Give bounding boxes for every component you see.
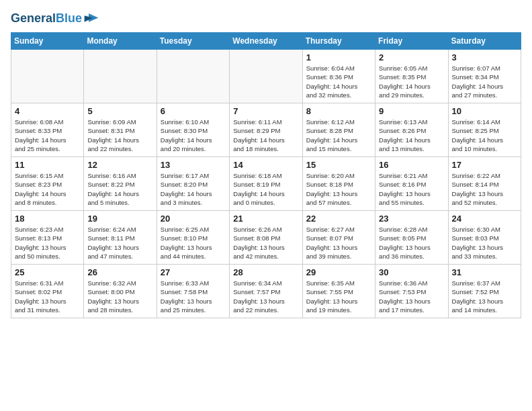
day-number: 6 bbox=[161, 106, 226, 116]
calendar-cell: 12Sunrise: 6:16 AM Sunset: 8:22 PM Dayli… bbox=[84, 157, 157, 211]
calendar-cell bbox=[11, 50, 84, 103]
calendar-cell: 21Sunrise: 6:26 AM Sunset: 8:08 PM Dayli… bbox=[230, 211, 302, 265]
calendar-cell: 9Sunrise: 6:13 AM Sunset: 8:26 PM Daylig… bbox=[375, 103, 448, 157]
day-info: Sunrise: 6:10 AM Sunset: 8:30 PM Dayligh… bbox=[161, 118, 226, 153]
calendar-cell: 7Sunrise: 6:11 AM Sunset: 8:29 PM Daylig… bbox=[230, 103, 302, 157]
day-number: 2 bbox=[379, 52, 444, 62]
page-header: GeneralBlue bbox=[11, 11, 521, 27]
day-of-week-header: Wednesday bbox=[230, 33, 302, 50]
calendar-cell: 6Sunrise: 6:10 AM Sunset: 8:30 PM Daylig… bbox=[157, 103, 229, 157]
day-info: Sunrise: 6:07 AM Sunset: 8:34 PM Dayligh… bbox=[452, 64, 517, 99]
day-number: 1 bbox=[306, 52, 371, 62]
calendar-cell: 10Sunrise: 6:14 AM Sunset: 8:25 PM Dayli… bbox=[448, 103, 521, 157]
day-info: Sunrise: 6:04 AM Sunset: 8:36 PM Dayligh… bbox=[306, 64, 371, 99]
calendar-cell: 18Sunrise: 6:23 AM Sunset: 8:13 PM Dayli… bbox=[11, 211, 84, 265]
calendar-cell: 11Sunrise: 6:15 AM Sunset: 8:23 PM Dayli… bbox=[11, 157, 84, 211]
calendar-cell: 14Sunrise: 6:18 AM Sunset: 8:19 PM Dayli… bbox=[230, 157, 302, 211]
day-number: 18 bbox=[15, 214, 80, 224]
logo-icon bbox=[83, 11, 99, 27]
calendar-week-row: 4Sunrise: 6:08 AM Sunset: 8:33 PM Daylig… bbox=[11, 103, 521, 157]
day-number: 3 bbox=[452, 52, 517, 62]
calendar-cell: 1Sunrise: 6:04 AM Sunset: 8:36 PM Daylig… bbox=[302, 50, 375, 103]
calendar-cell: 29Sunrise: 6:35 AM Sunset: 7:55 PM Dayli… bbox=[302, 265, 375, 318]
calendar-cell: 25Sunrise: 6:31 AM Sunset: 8:02 PM Dayli… bbox=[11, 265, 84, 318]
day-info: Sunrise: 6:08 AM Sunset: 8:33 PM Dayligh… bbox=[15, 118, 80, 153]
calendar-cell: 22Sunrise: 6:27 AM Sunset: 8:07 PM Dayli… bbox=[302, 211, 375, 265]
calendar-cell: 30Sunrise: 6:36 AM Sunset: 7:53 PM Dayli… bbox=[375, 265, 448, 318]
day-number: 5 bbox=[87, 106, 152, 116]
calendar-cell: 4Sunrise: 6:08 AM Sunset: 8:33 PM Daylig… bbox=[11, 103, 84, 157]
day-info: Sunrise: 6:36 AM Sunset: 7:53 PM Dayligh… bbox=[379, 279, 444, 314]
day-info: Sunrise: 6:16 AM Sunset: 8:22 PM Dayligh… bbox=[87, 171, 152, 207]
day-info: Sunrise: 6:37 AM Sunset: 7:52 PM Dayligh… bbox=[452, 279, 517, 314]
day-of-week-header: Tuesday bbox=[157, 33, 229, 50]
day-info: Sunrise: 6:22 AM Sunset: 8:14 PM Dayligh… bbox=[452, 171, 517, 207]
day-number: 7 bbox=[233, 106, 298, 116]
calendar-week-row: 1Sunrise: 6:04 AM Sunset: 8:36 PM Daylig… bbox=[11, 50, 521, 103]
calendar-cell bbox=[157, 50, 229, 103]
day-info: Sunrise: 6:32 AM Sunset: 8:00 PM Dayligh… bbox=[87, 279, 152, 314]
calendar-cell: 16Sunrise: 6:21 AM Sunset: 8:16 PM Dayli… bbox=[375, 157, 448, 211]
calendar-cell: 27Sunrise: 6:33 AM Sunset: 7:58 PM Dayli… bbox=[157, 265, 229, 318]
day-number: 13 bbox=[161, 160, 226, 170]
day-number: 16 bbox=[379, 160, 444, 170]
day-info: Sunrise: 6:18 AM Sunset: 8:19 PM Dayligh… bbox=[233, 171, 298, 207]
day-number: 11 bbox=[15, 160, 80, 170]
day-number: 10 bbox=[452, 106, 517, 116]
day-of-week-header: Saturday bbox=[448, 33, 521, 50]
day-info: Sunrise: 6:25 AM Sunset: 8:10 PM Dayligh… bbox=[161, 225, 226, 261]
day-number: 26 bbox=[87, 267, 152, 277]
day-number: 14 bbox=[233, 160, 298, 170]
day-of-week-header: Sunday bbox=[11, 33, 84, 50]
day-number: 20 bbox=[161, 214, 226, 224]
calendar-cell: 19Sunrise: 6:24 AM Sunset: 8:11 PM Dayli… bbox=[84, 211, 157, 265]
day-number: 15 bbox=[306, 160, 371, 170]
day-info: Sunrise: 6:24 AM Sunset: 8:11 PM Dayligh… bbox=[87, 225, 152, 261]
logo-text: GeneralBlue bbox=[11, 11, 82, 26]
calendar-week-row: 25Sunrise: 6:31 AM Sunset: 8:02 PM Dayli… bbox=[11, 265, 521, 318]
calendar-week-row: 11Sunrise: 6:15 AM Sunset: 8:23 PM Dayli… bbox=[11, 157, 521, 211]
calendar-cell: 28Sunrise: 6:34 AM Sunset: 7:57 PM Dayli… bbox=[230, 265, 302, 318]
day-number: 22 bbox=[306, 214, 371, 224]
day-number: 31 bbox=[452, 267, 517, 277]
calendar-cell bbox=[230, 50, 302, 103]
day-of-week-header: Friday bbox=[375, 33, 448, 50]
day-number: 28 bbox=[233, 267, 298, 277]
calendar-cell: 26Sunrise: 6:32 AM Sunset: 8:00 PM Dayli… bbox=[84, 265, 157, 318]
day-number: 29 bbox=[306, 267, 371, 277]
day-info: Sunrise: 6:09 AM Sunset: 8:31 PM Dayligh… bbox=[87, 118, 152, 153]
day-info: Sunrise: 6:05 AM Sunset: 8:35 PM Dayligh… bbox=[379, 64, 444, 99]
day-of-week-header: Thursday bbox=[302, 33, 375, 50]
calendar-cell: 20Sunrise: 6:25 AM Sunset: 8:10 PM Dayli… bbox=[157, 211, 229, 265]
calendar-header-row: SundayMondayTuesdayWednesdayThursdayFrid… bbox=[11, 33, 521, 50]
calendar-cell: 5Sunrise: 6:09 AM Sunset: 8:31 PM Daylig… bbox=[84, 103, 157, 157]
day-number: 25 bbox=[15, 267, 80, 277]
day-info: Sunrise: 6:34 AM Sunset: 7:57 PM Dayligh… bbox=[233, 279, 298, 314]
day-number: 4 bbox=[15, 106, 80, 116]
calendar-cell: 13Sunrise: 6:17 AM Sunset: 8:20 PM Dayli… bbox=[157, 157, 229, 211]
day-number: 23 bbox=[379, 214, 444, 224]
calendar-cell: 2Sunrise: 6:05 AM Sunset: 8:35 PM Daylig… bbox=[375, 50, 448, 103]
day-info: Sunrise: 6:20 AM Sunset: 8:18 PM Dayligh… bbox=[306, 171, 371, 207]
day-info: Sunrise: 6:11 AM Sunset: 8:29 PM Dayligh… bbox=[233, 118, 298, 153]
day-info: Sunrise: 6:21 AM Sunset: 8:16 PM Dayligh… bbox=[379, 171, 444, 207]
day-info: Sunrise: 6:28 AM Sunset: 8:05 PM Dayligh… bbox=[379, 225, 444, 261]
day-info: Sunrise: 6:13 AM Sunset: 8:26 PM Dayligh… bbox=[379, 118, 444, 153]
day-number: 9 bbox=[379, 106, 444, 116]
day-info: Sunrise: 6:31 AM Sunset: 8:02 PM Dayligh… bbox=[15, 279, 80, 314]
day-number: 21 bbox=[233, 214, 298, 224]
logo: GeneralBlue bbox=[11, 11, 99, 27]
calendar-cell: 15Sunrise: 6:20 AM Sunset: 8:18 PM Dayli… bbox=[302, 157, 375, 211]
day-info: Sunrise: 6:17 AM Sunset: 8:20 PM Dayligh… bbox=[161, 171, 226, 207]
day-info: Sunrise: 6:15 AM Sunset: 8:23 PM Dayligh… bbox=[15, 171, 80, 207]
calendar-cell: 8Sunrise: 6:12 AM Sunset: 8:28 PM Daylig… bbox=[302, 103, 375, 157]
day-number: 12 bbox=[87, 160, 152, 170]
day-number: 19 bbox=[87, 214, 152, 224]
day-info: Sunrise: 6:12 AM Sunset: 8:28 PM Dayligh… bbox=[306, 118, 371, 153]
day-number: 17 bbox=[452, 160, 517, 170]
calendar-week-row: 18Sunrise: 6:23 AM Sunset: 8:13 PM Dayli… bbox=[11, 211, 521, 265]
calendar-cell bbox=[84, 50, 157, 103]
day-info: Sunrise: 6:23 AM Sunset: 8:13 PM Dayligh… bbox=[15, 225, 80, 261]
day-of-week-header: Monday bbox=[84, 33, 157, 50]
day-info: Sunrise: 6:26 AM Sunset: 8:08 PM Dayligh… bbox=[233, 225, 298, 261]
